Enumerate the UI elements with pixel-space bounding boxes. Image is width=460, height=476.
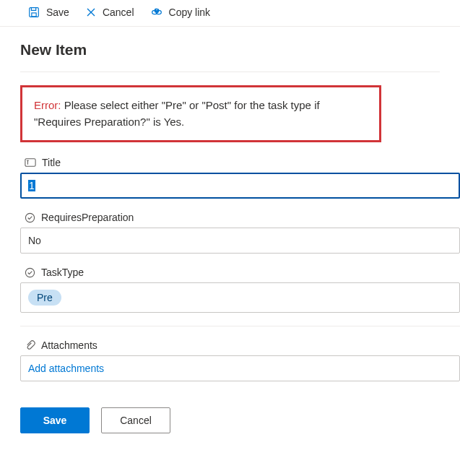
form: Title 1 RequiresPreparation No TaskType … <box>0 154 460 448</box>
save-icon <box>27 6 40 19</box>
svg-point-5 <box>25 213 34 222</box>
field-title-label-row: Title <box>20 154 460 173</box>
field-attachments-label-row: Attachments <box>20 337 460 355</box>
save-command[interactable]: Save <box>27 6 69 19</box>
check-circle-icon <box>25 212 35 223</box>
validation-error: Error: Please select either "Pre" or "Po… <box>20 85 381 142</box>
close-icon <box>85 7 97 18</box>
svg-rect-1 <box>32 13 36 17</box>
field-requires-preparation-label: RequiresPreparation <box>41 212 134 223</box>
paperclip-icon <box>25 340 35 351</box>
copy-link-command-label: Copy link <box>169 7 211 18</box>
error-label: Error: <box>34 99 61 111</box>
field-requires-preparation: RequiresPreparation No <box>20 209 460 254</box>
form-buttons: Save Cancel <box>20 391 460 448</box>
svg-point-6 <box>25 268 34 277</box>
attachments-input[interactable]: Add attachments <box>20 355 460 381</box>
field-attachments: Attachments Add attachments <box>20 337 460 381</box>
field-title: Title 1 <box>20 154 460 199</box>
attachments-divider <box>20 326 460 326</box>
divider <box>20 72 440 72</box>
check-circle-icon <box>25 267 35 278</box>
field-task-type: TaskType Pre <box>20 264 460 313</box>
copy-link-command[interactable]: Copy link <box>150 6 211 19</box>
text-field-icon <box>25 157 36 168</box>
task-type-pill[interactable]: Pre <box>28 290 61 306</box>
cancel-command-label: Cancel <box>103 7 134 18</box>
task-type-select[interactable]: Pre <box>20 282 460 313</box>
cancel-button[interactable]: Cancel <box>101 407 170 433</box>
field-title-label: Title <box>42 157 61 168</box>
field-task-type-label: TaskType <box>41 267 84 278</box>
page-title: New Item <box>0 27 460 67</box>
save-button[interactable]: Save <box>20 407 90 433</box>
field-task-type-label-row: TaskType <box>20 264 460 282</box>
save-command-label: Save <box>46 7 69 18</box>
svg-rect-0 <box>30 8 39 17</box>
error-message: Please select either "Pre" or "Post" for… <box>34 99 320 128</box>
title-input-value: 1 <box>28 180 35 191</box>
field-attachments-label: Attachments <box>41 339 97 351</box>
link-icon <box>150 6 163 19</box>
requires-preparation-value: No <box>28 235 41 246</box>
command-bar: Save Cancel Copy link <box>0 0 460 27</box>
title-input[interactable]: 1 <box>20 173 460 199</box>
attachments-placeholder: Add attachments <box>28 363 104 374</box>
svg-rect-4 <box>25 159 35 167</box>
task-type-value: Pre <box>37 292 53 303</box>
requires-preparation-select[interactable]: No <box>20 228 460 254</box>
field-requires-preparation-label-row: RequiresPreparation <box>20 209 460 228</box>
cancel-command[interactable]: Cancel <box>85 7 134 18</box>
